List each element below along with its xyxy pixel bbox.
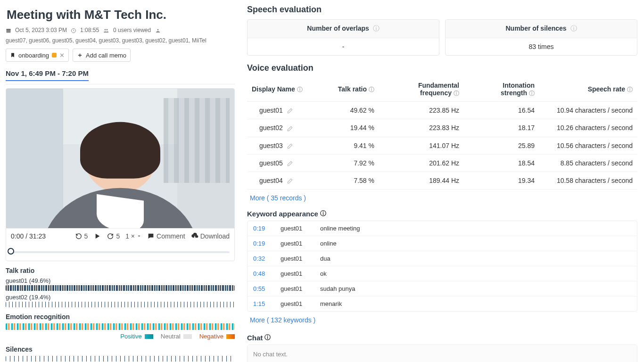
kw-word: sudah punya [320,285,355,292]
clock-icon [71,27,76,33]
created-date: Oct 5, 2023 3:03 PM [15,27,67,33]
kw-speaker: guest01 [281,225,309,232]
info-icon[interactable]: ⓘ [373,25,380,32]
keyword-row[interactable]: 0:55guest01sudah punya [248,281,637,296]
row-freq: 201.62 Hz [379,154,464,172]
info-icon[interactable]: ⓘ [454,90,459,97]
talk-ratio-row-2-label: guest02 (19.4%) [6,294,235,301]
keyword-title: Keyword appearance ⓘ [247,209,637,218]
kw-time[interactable]: 0:19 [253,225,269,232]
kw-speaker: guest01 [281,300,309,307]
rewind-amount: 5 [84,232,88,240]
edit-icon[interactable] [287,107,293,114]
chevron-down-icon [137,234,141,239]
row-rate: 10.94 characters / second [539,102,637,119]
row-inton: 18.54 [464,154,539,172]
overlaps-card: Number of overlaps ⓘ - [247,19,439,56]
info-icon[interactable]: ⓘ [297,86,303,93]
kw-time[interactable]: 0:32 [253,255,269,262]
video-preview[interactable] [6,89,234,228]
speed-selector[interactable]: 1 × [125,232,141,240]
row-rate: 8.85 characters / second [539,154,637,172]
cloud-download-icon [191,232,198,240]
kw-speaker: guest01 [281,240,309,247]
kw-word: ok [320,270,327,277]
kw-time[interactable]: 0:19 [253,240,269,247]
row-freq: 141.07 Hz [379,137,464,154]
rewind-5-button[interactable]: 5 [75,232,88,240]
row-talk: 19.44 % [322,119,379,137]
keyword-row[interactable]: 0:19guest01online meeting [248,221,637,236]
row-rate: 10.26 characters / second [539,119,637,137]
edit-icon[interactable] [287,124,293,132]
col-rate: Speech rate [588,85,625,93]
voice-eval-more-link[interactable]: More ( 35 records ) [247,189,309,206]
kw-word: online [320,240,337,247]
silences-heading: Silences [6,346,235,353]
calendar-icon [6,27,11,33]
table-row: guest0149.62 %223.85 Hz16.5410.94 charac… [247,102,637,119]
info-icon[interactable]: ⓘ [529,90,535,97]
row-talk: 9.41 % [322,137,379,154]
add-memo-button[interactable]: ＋ Add call memo [73,49,131,62]
swatch-neutral [183,334,192,339]
table-row: guest047.58 %189.44 Hz19.3410.58 charact… [247,172,637,189]
row-talk: 49.62 % [322,102,379,119]
talk-ratio-heading: Talk ratio [6,267,235,274]
chat-title: Chat ⓘ [247,333,637,342]
tag-chip-onboarding[interactable]: onboarding ✕ [6,49,69,62]
forward-5-button[interactable]: 5 [107,232,120,240]
table-row: guest039.41 %141.07 Hz25.8910.56 charact… [247,137,637,154]
keywords-more-link[interactable]: More ( 132 keywords ) [247,312,318,329]
undo-icon [75,232,83,240]
svg-point-5 [157,29,159,30]
kw-word: menarik [320,300,342,307]
download-button[interactable]: Download [191,232,230,240]
plus-icon: ＋ [77,51,83,59]
guests-icon [155,27,161,33]
info-icon[interactable]: ⓘ [570,25,577,32]
kw-time[interactable]: 0:48 [253,270,269,277]
seek-track[interactable] [11,247,230,255]
legend-negative: Negative [199,333,223,340]
legend-neutral: Neutral [161,333,181,340]
duration: 1:08:55 [80,27,99,33]
keyword-table: 0:19guest01online meeting0:19guest01onli… [247,221,637,312]
kw-time[interactable]: 0:55 [253,285,269,292]
edit-icon[interactable] [287,177,293,184]
tag-remove-icon[interactable]: ✕ [59,52,65,59]
row-freq: 223.85 Hz [379,102,464,119]
emotion-legend: Positive Neutral Negative [6,333,235,340]
info-icon[interactable]: ⓘ [264,333,271,342]
keyword-row[interactable]: 0:48guest01ok [248,266,637,281]
kw-speaker: guest01 [281,255,309,262]
row-name: guest03 [259,142,283,149]
row-freq: 223.83 Hz [379,119,464,137]
edit-icon[interactable] [287,142,293,149]
svg-point-3 [105,29,106,30]
comment-button[interactable]: Comment [147,232,185,240]
viewers: 0 users viewed [113,27,151,33]
kw-time[interactable]: 1:15 [253,300,269,307]
info-icon[interactable]: ⓘ [369,86,374,93]
edit-icon[interactable] [287,159,293,167]
silences-bar [6,356,235,362]
bookmark-icon [10,52,16,58]
keyword-row[interactable]: 0:19guest01online [248,236,637,251]
row-rate: 10.56 characters / second [539,137,637,154]
keyword-row[interactable]: 1:15guest01menarik [248,296,637,311]
date-range-tab[interactable]: Nov 1, 6:49 PM - 7:20 PM [6,66,89,81]
seek-thumb[interactable] [8,248,14,255]
row-name: guest01 [259,107,283,114]
voice-eval-title: Voice evaluation [247,63,637,73]
col-freq: Fundamental frequency [418,82,459,97]
svg-point-4 [107,29,108,30]
talk-ratio-row-1-bar [6,285,235,291]
row-name: guest04 [259,177,283,184]
keyword-row[interactable]: 0:32guest01dua [248,251,637,266]
row-freq: 189.44 Hz [379,172,464,189]
play-button[interactable] [93,232,101,240]
info-icon[interactable]: ⓘ [320,209,326,218]
info-icon[interactable]: ⓘ [627,86,633,93]
kw-speaker: guest01 [281,270,309,277]
